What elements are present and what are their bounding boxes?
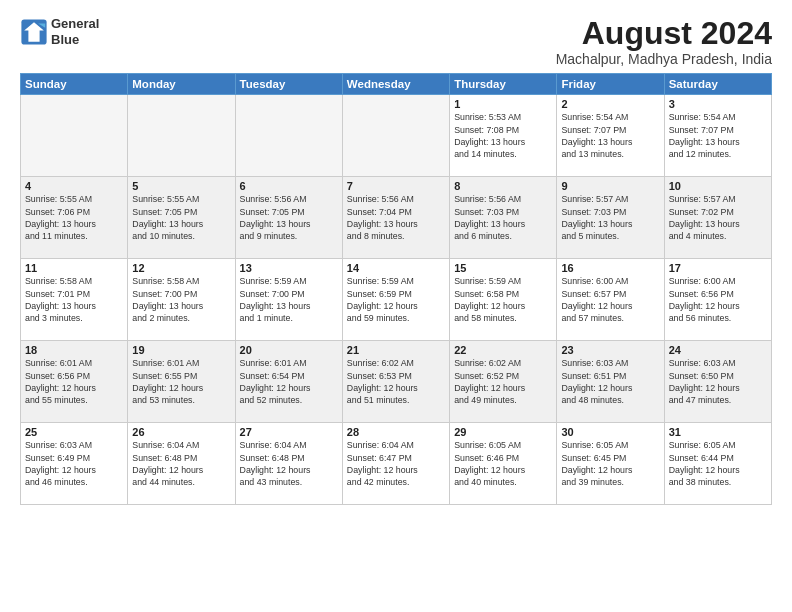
weekday-header: Sunday bbox=[21, 74, 128, 95]
day-number: 3 bbox=[669, 98, 767, 110]
day-number: 30 bbox=[561, 426, 659, 438]
day-info: Sunrise: 6:05 AM Sunset: 6:45 PM Dayligh… bbox=[561, 439, 659, 488]
day-number: 4 bbox=[25, 180, 123, 192]
calendar-cell: 8Sunrise: 5:56 AM Sunset: 7:03 PM Daylig… bbox=[450, 177, 557, 259]
day-number: 15 bbox=[454, 262, 552, 274]
day-info: Sunrise: 6:01 AM Sunset: 6:56 PM Dayligh… bbox=[25, 357, 123, 406]
calendar-cell: 31Sunrise: 6:05 AM Sunset: 6:44 PM Dayli… bbox=[664, 423, 771, 505]
calendar-cell: 20Sunrise: 6:01 AM Sunset: 6:54 PM Dayli… bbox=[235, 341, 342, 423]
day-info: Sunrise: 6:02 AM Sunset: 6:52 PM Dayligh… bbox=[454, 357, 552, 406]
calendar-table: SundayMondayTuesdayWednesdayThursdayFrid… bbox=[20, 73, 772, 505]
calendar-cell: 12Sunrise: 5:58 AM Sunset: 7:00 PM Dayli… bbox=[128, 259, 235, 341]
calendar-cell: 28Sunrise: 6:04 AM Sunset: 6:47 PM Dayli… bbox=[342, 423, 449, 505]
calendar-cell: 6Sunrise: 5:56 AM Sunset: 7:05 PM Daylig… bbox=[235, 177, 342, 259]
weekday-header-row: SundayMondayTuesdayWednesdayThursdayFrid… bbox=[21, 74, 772, 95]
header: General Blue August 2024 Machalpur, Madh… bbox=[20, 16, 772, 67]
day-number: 14 bbox=[347, 262, 445, 274]
logo-text: General Blue bbox=[51, 16, 99, 47]
day-number: 16 bbox=[561, 262, 659, 274]
weekday-header: Monday bbox=[128, 74, 235, 95]
day-info: Sunrise: 6:03 AM Sunset: 6:51 PM Dayligh… bbox=[561, 357, 659, 406]
day-info: Sunrise: 6:05 AM Sunset: 6:46 PM Dayligh… bbox=[454, 439, 552, 488]
day-number: 10 bbox=[669, 180, 767, 192]
day-number: 17 bbox=[669, 262, 767, 274]
calendar-cell: 5Sunrise: 5:55 AM Sunset: 7:05 PM Daylig… bbox=[128, 177, 235, 259]
calendar-cell: 19Sunrise: 6:01 AM Sunset: 6:55 PM Dayli… bbox=[128, 341, 235, 423]
calendar-cell: 2Sunrise: 5:54 AM Sunset: 7:07 PM Daylig… bbox=[557, 95, 664, 177]
calendar-cell: 26Sunrise: 6:04 AM Sunset: 6:48 PM Dayli… bbox=[128, 423, 235, 505]
day-info: Sunrise: 6:04 AM Sunset: 6:48 PM Dayligh… bbox=[240, 439, 338, 488]
day-number: 29 bbox=[454, 426, 552, 438]
day-number: 28 bbox=[347, 426, 445, 438]
calendar-cell bbox=[235, 95, 342, 177]
day-info: Sunrise: 5:58 AM Sunset: 7:01 PM Dayligh… bbox=[25, 275, 123, 324]
day-info: Sunrise: 5:55 AM Sunset: 7:06 PM Dayligh… bbox=[25, 193, 123, 242]
day-number: 12 bbox=[132, 262, 230, 274]
calendar-cell: 30Sunrise: 6:05 AM Sunset: 6:45 PM Dayli… bbox=[557, 423, 664, 505]
day-info: Sunrise: 5:57 AM Sunset: 7:03 PM Dayligh… bbox=[561, 193, 659, 242]
weekday-header: Tuesday bbox=[235, 74, 342, 95]
day-number: 20 bbox=[240, 344, 338, 356]
calendar-cell: 10Sunrise: 5:57 AM Sunset: 7:02 PM Dayli… bbox=[664, 177, 771, 259]
day-info: Sunrise: 5:54 AM Sunset: 7:07 PM Dayligh… bbox=[561, 111, 659, 160]
day-info: Sunrise: 5:59 AM Sunset: 7:00 PM Dayligh… bbox=[240, 275, 338, 324]
calendar-cell: 9Sunrise: 5:57 AM Sunset: 7:03 PM Daylig… bbox=[557, 177, 664, 259]
day-number: 7 bbox=[347, 180, 445, 192]
day-number: 8 bbox=[454, 180, 552, 192]
day-info: Sunrise: 6:03 AM Sunset: 6:49 PM Dayligh… bbox=[25, 439, 123, 488]
day-info: Sunrise: 6:03 AM Sunset: 6:50 PM Dayligh… bbox=[669, 357, 767, 406]
day-info: Sunrise: 5:55 AM Sunset: 7:05 PM Dayligh… bbox=[132, 193, 230, 242]
day-info: Sunrise: 5:56 AM Sunset: 7:05 PM Dayligh… bbox=[240, 193, 338, 242]
day-number: 9 bbox=[561, 180, 659, 192]
calendar-cell: 17Sunrise: 6:00 AM Sunset: 6:56 PM Dayli… bbox=[664, 259, 771, 341]
day-number: 2 bbox=[561, 98, 659, 110]
calendar-cell bbox=[128, 95, 235, 177]
day-info: Sunrise: 5:56 AM Sunset: 7:03 PM Dayligh… bbox=[454, 193, 552, 242]
calendar-cell: 18Sunrise: 6:01 AM Sunset: 6:56 PM Dayli… bbox=[21, 341, 128, 423]
calendar-cell: 11Sunrise: 5:58 AM Sunset: 7:01 PM Dayli… bbox=[21, 259, 128, 341]
logo-icon bbox=[20, 18, 48, 46]
day-info: Sunrise: 6:01 AM Sunset: 6:54 PM Dayligh… bbox=[240, 357, 338, 406]
calendar-cell: 24Sunrise: 6:03 AM Sunset: 6:50 PM Dayli… bbox=[664, 341, 771, 423]
calendar-week-row: 11Sunrise: 5:58 AM Sunset: 7:01 PM Dayli… bbox=[21, 259, 772, 341]
day-info: Sunrise: 5:59 AM Sunset: 6:59 PM Dayligh… bbox=[347, 275, 445, 324]
calendar-cell: 7Sunrise: 5:56 AM Sunset: 7:04 PM Daylig… bbox=[342, 177, 449, 259]
calendar-cell: 15Sunrise: 5:59 AM Sunset: 6:58 PM Dayli… bbox=[450, 259, 557, 341]
location: Machalpur, Madhya Pradesh, India bbox=[556, 51, 772, 67]
day-number: 6 bbox=[240, 180, 338, 192]
title-block: August 2024 Machalpur, Madhya Pradesh, I… bbox=[556, 16, 772, 67]
weekday-header: Friday bbox=[557, 74, 664, 95]
weekday-header: Wednesday bbox=[342, 74, 449, 95]
calendar-cell: 13Sunrise: 5:59 AM Sunset: 7:00 PM Dayli… bbox=[235, 259, 342, 341]
day-number: 18 bbox=[25, 344, 123, 356]
calendar-week-row: 18Sunrise: 6:01 AM Sunset: 6:56 PM Dayli… bbox=[21, 341, 772, 423]
day-number: 23 bbox=[561, 344, 659, 356]
weekday-header: Thursday bbox=[450, 74, 557, 95]
day-number: 5 bbox=[132, 180, 230, 192]
day-info: Sunrise: 5:57 AM Sunset: 7:02 PM Dayligh… bbox=[669, 193, 767, 242]
day-info: Sunrise: 5:53 AM Sunset: 7:08 PM Dayligh… bbox=[454, 111, 552, 160]
day-number: 24 bbox=[669, 344, 767, 356]
day-number: 27 bbox=[240, 426, 338, 438]
day-info: Sunrise: 6:00 AM Sunset: 6:57 PM Dayligh… bbox=[561, 275, 659, 324]
logo: General Blue bbox=[20, 16, 99, 47]
calendar-cell: 3Sunrise: 5:54 AM Sunset: 7:07 PM Daylig… bbox=[664, 95, 771, 177]
day-number: 26 bbox=[132, 426, 230, 438]
calendar-cell: 4Sunrise: 5:55 AM Sunset: 7:06 PM Daylig… bbox=[21, 177, 128, 259]
page: General Blue August 2024 Machalpur, Madh… bbox=[0, 0, 792, 612]
day-number: 13 bbox=[240, 262, 338, 274]
weekday-header: Saturday bbox=[664, 74, 771, 95]
calendar-week-row: 1Sunrise: 5:53 AM Sunset: 7:08 PM Daylig… bbox=[21, 95, 772, 177]
day-info: Sunrise: 5:58 AM Sunset: 7:00 PM Dayligh… bbox=[132, 275, 230, 324]
day-info: Sunrise: 6:01 AM Sunset: 6:55 PM Dayligh… bbox=[132, 357, 230, 406]
day-info: Sunrise: 6:02 AM Sunset: 6:53 PM Dayligh… bbox=[347, 357, 445, 406]
day-info: Sunrise: 6:00 AM Sunset: 6:56 PM Dayligh… bbox=[669, 275, 767, 324]
day-number: 21 bbox=[347, 344, 445, 356]
day-info: Sunrise: 5:54 AM Sunset: 7:07 PM Dayligh… bbox=[669, 111, 767, 160]
day-number: 1 bbox=[454, 98, 552, 110]
calendar-week-row: 4Sunrise: 5:55 AM Sunset: 7:06 PM Daylig… bbox=[21, 177, 772, 259]
calendar-cell: 27Sunrise: 6:04 AM Sunset: 6:48 PM Dayli… bbox=[235, 423, 342, 505]
calendar-cell bbox=[21, 95, 128, 177]
day-number: 11 bbox=[25, 262, 123, 274]
day-number: 22 bbox=[454, 344, 552, 356]
